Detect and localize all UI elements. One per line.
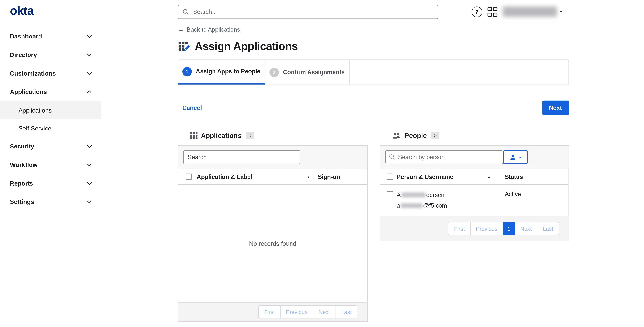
person-filter-dropdown[interactable]: ▾ [503,150,528,164]
people-count-badge: 0 [431,132,440,139]
redacted-name-segment [402,192,426,197]
sidebar-item-label: Reports [10,180,33,187]
sidebar-item-customizations[interactable]: Customizations [0,64,101,83]
sign-on-column-header: Sign-on [318,173,340,180]
application-label-column-header[interactable]: Application & Label ▲ [197,173,318,180]
cancel-link[interactable]: Cancel [182,105,202,111]
sidebar-item-settings[interactable]: Settings [0,192,101,211]
person-row[interactable]: Adersen a@f5.com Active [380,185,568,216]
main-content: ← Back to Applications Assign Applicatio… [102,23,644,327]
column-header-label: Application & Label [197,173,252,180]
back-link-label: Back to Applications [187,26,240,33]
chevron-down-icon [86,35,92,38]
empty-state-text: No records found [249,240,296,247]
people-table-header: Person & Username ▲ Status [380,169,568,185]
applications-search-input[interactable] [183,150,300,164]
assignment-panels: Applications 0 Application & Label ▲ [178,131,569,322]
person-username: a@f5.com [397,202,447,209]
back-to-applications-link[interactable]: ← Back to Applications [178,26,240,33]
pagination-previous-button[interactable]: Previous [280,305,313,319]
sidebar-subitem-self-service[interactable]: Self Service [0,119,101,137]
chevron-down-icon [86,145,92,148]
sidebar-item-directory[interactable]: Directory [0,45,101,64]
page-title: Assign Applications [195,40,298,53]
select-all-people-checkbox[interactable] [387,174,393,180]
sidebar: Dashboard Directory Customizations Appli… [0,23,102,327]
sidebar-item-reports[interactable]: Reports [0,174,101,193]
person-status: Active [505,190,521,198]
pagination-first-button[interactable]: First [448,222,470,235]
chevron-down-icon [86,163,92,166]
applications-panel-heading: Applications [201,131,242,139]
applications-panel: Application & Label ▲ Sign-on No records… [178,145,368,322]
person-icon [510,154,516,160]
applications-table-header: Application & Label ▲ Sign-on [178,169,367,185]
search-icon [389,154,395,160]
pagination-last-button[interactable]: Last [537,222,559,235]
chevron-down-icon [86,200,92,203]
pagination-current-page-button[interactable]: 1 [503,222,515,235]
sidebar-item-dashboard[interactable]: Dashboard [0,27,101,46]
user-menu-divider [506,23,578,23]
applications-count-badge: 0 [246,132,254,139]
help-icon[interactable]: ? [472,6,482,17]
people-panel-title: People 0 [380,131,569,140]
okta-logo[interactable]: okta [10,4,34,17]
app-switcher-icon[interactable] [488,7,497,16]
step-label: Assign Apps to People [196,68,260,75]
sidebar-item-label: Security [10,143,34,150]
sort-ascending-icon: ▲ [307,175,318,179]
search-icon [182,8,189,15]
topbar-actions: ? ▾ [472,0,562,23]
applications-panel-title: Applications 0 [178,131,368,140]
column-header-label: Person & Username [397,173,454,180]
global-search-input[interactable] [192,8,434,16]
step-number-badge: 1 [182,67,192,76]
assign-applications-icon [178,41,190,52]
applications-pager: First Previous Next Last [258,305,357,319]
help-glyph: ? [475,8,478,15]
sidebar-subitem-applications[interactable]: Applications [0,101,101,119]
pagination-next-button[interactable]: Next [313,305,336,319]
user-menu[interactable]: ▾ [503,7,562,17]
wizard-steps: 1 Assign Apps to People 2 Confirm Assign… [178,59,569,85]
global-search[interactable] [178,5,438,19]
chevron-down-icon [86,53,92,56]
chevron-down-icon: ▾ [519,155,521,159]
people-search-bar: ▾ [380,146,568,169]
people-search-input[interactable] [385,150,503,164]
applications-column: Applications 0 Application & Label ▲ [178,131,368,322]
pagination-previous-button[interactable]: Previous [470,222,503,235]
status-column-header: Status [505,173,523,180]
people-panel: ▾ Person & Username ▲ Status [380,145,569,242]
applications-pagination-bar: First Previous Next Last [178,302,367,321]
applications-search-bar [178,146,367,169]
people-column: People 0 [380,131,569,322]
step-assign-apps-to-people[interactable]: 1 Assign Apps to People [178,60,265,85]
sidebar-item-security[interactable]: Security [0,137,101,156]
sort-ascending-icon: ▲ [487,175,505,179]
sidebar-item-workflow[interactable]: Workflow [0,155,101,174]
pagination-first-button[interactable]: First [258,305,280,319]
pagination-next-button[interactable]: Next [514,222,538,235]
people-pager: First Previous 1 Next Last [448,222,559,235]
step-confirm-assignments[interactable]: 2 Confirm Assignments [265,60,350,85]
chevron-up-icon [86,90,92,93]
sidebar-item-applications[interactable]: Applications [0,82,101,101]
okta-admin-screen: okta ? ▾ Dashboard Directory Cus [0,0,644,327]
chevron-down-icon [86,72,92,75]
page-header: Assign Applications [178,40,569,53]
next-button[interactable]: Next [542,101,569,115]
applications-grid-icon [190,132,198,139]
step-number-badge: 2 [270,68,279,77]
person-username-column-header[interactable]: Person & Username ▲ [397,173,505,180]
pagination-last-button[interactable]: Last [335,305,357,319]
person-row-checkbox[interactable] [387,191,393,198]
select-all-applications-checkbox[interactable] [186,174,192,180]
applications-empty-state: No records found [178,185,367,302]
person-name: Adersen [397,192,444,198]
sidebar-item-label: Customizations [10,70,56,77]
wizard-actions: Cancel Next [178,101,569,121]
sidebar-subitem-label: Self Service [18,125,52,132]
sidebar-item-label: Dashboard [10,33,42,40]
